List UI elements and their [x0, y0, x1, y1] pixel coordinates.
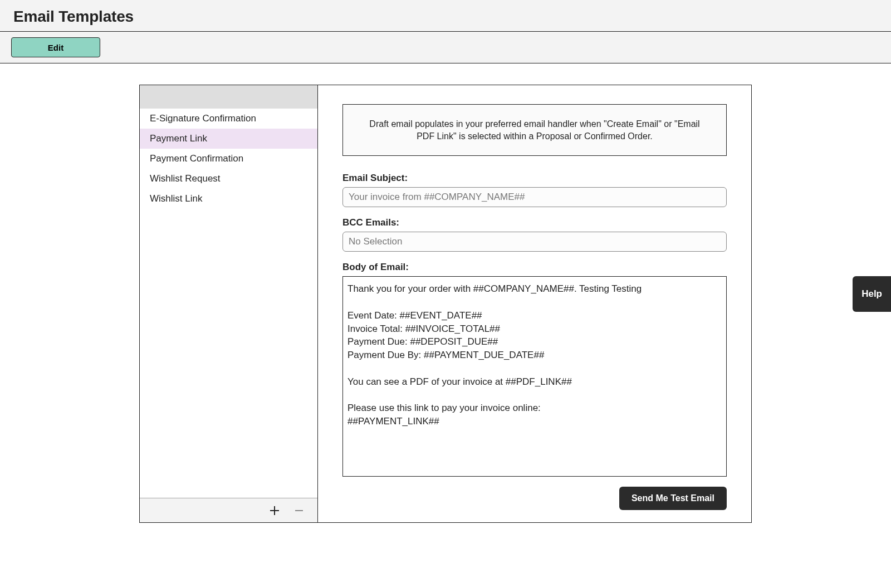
- template-list: E-Signature Confirmation Payment Link Pa…: [140, 109, 317, 209]
- page-header: Email Templates: [0, 0, 891, 32]
- panel-wrap: E-Signature Confirmation Payment Link Pa…: [0, 63, 891, 534]
- content: Draft email populates in your preferred …: [318, 85, 751, 522]
- template-item-payment-confirmation[interactable]: Payment Confirmation: [140, 149, 317, 169]
- bcc-group: BCC Emails:: [342, 217, 727, 252]
- bcc-input[interactable]: [342, 232, 727, 252]
- sidebar-header-spacer: [140, 85, 317, 109]
- remove-icon[interactable]: [293, 504, 305, 517]
- subject-group: Email Subject:: [342, 173, 727, 207]
- body-group: Body of Email: Thank you for your order …: [342, 262, 727, 477]
- add-icon[interactable]: [268, 504, 281, 517]
- bcc-label: BCC Emails:: [342, 217, 727, 228]
- subject-label: Email Subject:: [342, 173, 727, 184]
- page-title: Email Templates: [13, 8, 878, 26]
- body-input[interactable]: Thank you for your order with ##COMPANY_…: [342, 276, 727, 477]
- toolbar: Edit: [0, 32, 891, 63]
- sidebar-footer: [140, 498, 317, 522]
- help-tab[interactable]: Help: [853, 276, 891, 312]
- body-label: Body of Email:: [342, 262, 727, 273]
- template-item-payment-link[interactable]: Payment Link: [140, 129, 317, 149]
- sidebar: E-Signature Confirmation Payment Link Pa…: [140, 85, 318, 522]
- template-item-wishlist-link[interactable]: Wishlist Link: [140, 189, 317, 209]
- actions: Send Me Test Email: [342, 487, 727, 510]
- subject-input[interactable]: [342, 187, 727, 207]
- info-text: Draft email populates in your preferred …: [342, 104, 727, 156]
- panel: E-Signature Confirmation Payment Link Pa…: [139, 85, 752, 523]
- send-test-email-button[interactable]: Send Me Test Email: [619, 487, 727, 510]
- edit-button[interactable]: Edit: [11, 37, 100, 57]
- template-item-wishlist-request[interactable]: Wishlist Request: [140, 169, 317, 189]
- svg-rect-0: [295, 510, 303, 511]
- sidebar-spacer: [140, 209, 317, 498]
- template-item-esignature-confirmation[interactable]: E-Signature Confirmation: [140, 109, 317, 129]
